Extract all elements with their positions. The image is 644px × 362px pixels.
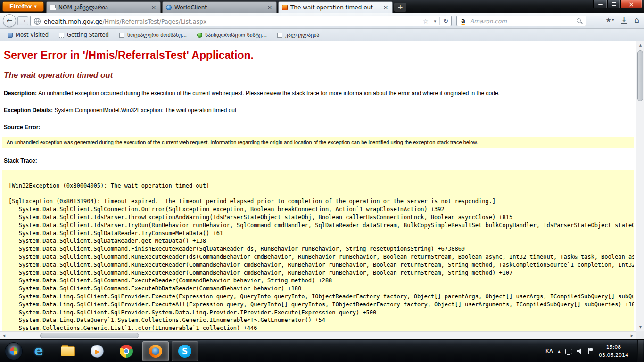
- source-error-box: An unhandled exception was generated dur…: [2, 137, 634, 148]
- taskbar: e ▶ S KA ▲ 15:08 03.06.2014: [0, 339, 644, 362]
- search-bar[interactable]: a: [456, 16, 586, 26]
- default-favicon-icon: [277, 33, 282, 38]
- firefox-app-button-label: Firefox: [9, 3, 32, 10]
- search-input[interactable]: [470, 17, 571, 25]
- action-center-flag-icon[interactable]: [588, 348, 593, 354]
- tab-title: The wait operation timed out: [290, 4, 380, 11]
- system-tray: KA ▲ 15:08 03.06.2014: [545, 340, 644, 362]
- horizontal-scrollbar-thumb[interactable]: [40, 333, 139, 338]
- url-dropdown-icon[interactable]: ▾: [434, 19, 436, 24]
- tab-strip: NOM კანცელარია × WorldClient × The wait …: [46, 1, 406, 13]
- show-desktop-button[interactable]: [637, 340, 643, 362]
- bookmark-getting-started[interactable]: Getting Started: [55, 30, 113, 40]
- taskbar-media-player-button[interactable]: ▶: [84, 341, 110, 361]
- tab-close-icon[interactable]: ×: [382, 4, 389, 11]
- maximize-button[interactable]: [607, 0, 620, 8]
- vertical-scrollbar[interactable]: ▲ ▼: [636, 41, 644, 331]
- firefox-icon: [149, 345, 162, 358]
- window-titlebar: Firefox▼ NOM კანცელარია × WorldClient × …: [0, 0, 644, 13]
- exception-details-label: Exception Details:: [4, 107, 54, 114]
- site-identity-globe-icon[interactable]: [33, 17, 41, 25]
- source-error-paragraph: Source Error:: [4, 123, 632, 131]
- media-player-icon: ▶: [91, 345, 104, 358]
- stack-trace-box: [Win32Exception (0x80004005): The wait o…: [2, 170, 634, 339]
- default-favicon-icon: [50, 5, 56, 10]
- tray-expand-icon[interactable]: ▲: [558, 349, 561, 354]
- bookmark-most-visited[interactable]: Most Visited: [4, 30, 52, 40]
- bookmark-label: Most Visited: [16, 32, 49, 38]
- url-domain: ehealth.moh.gov.ge: [44, 18, 103, 25]
- bookmark-calculation[interactable]: კალკულაცია: [273, 30, 323, 40]
- bookmark-label: საინფორმაციო სისტე...: [205, 32, 267, 38]
- bookmark-label: სოციალური მომსახუ...: [127, 32, 187, 38]
- desktop-screen: Firefox▼ NOM კანცელარია × WorldClient × …: [0, 0, 644, 362]
- chevron-down-icon: ▾: [612, 18, 614, 22]
- chevron-down-icon: ▼: [34, 5, 37, 8]
- taskbar-chrome-button[interactable]: [113, 341, 140, 361]
- bookmark-label: კალკულაცია: [285, 32, 319, 38]
- bookmark-information-system[interactable]: საინფორმაციო სისტე...: [193, 30, 271, 40]
- error-favicon-icon: [282, 5, 288, 10]
- taskbar-explorer-button[interactable]: [55, 341, 81, 361]
- taskbar-clock[interactable]: 15:08 03.06.2014: [597, 343, 633, 359]
- tab-worldclient[interactable]: WorldClient ×: [162, 1, 277, 13]
- taskbar-skype-button[interactable]: S: [172, 341, 198, 361]
- tab-title: WorldClient: [174, 4, 264, 11]
- url-text: ehealth.moh.gov.ge/Hmis/ReferralsTest/Pa…: [44, 18, 206, 25]
- scroll-right-icon[interactable]: ▶: [628, 332, 636, 340]
- taskbar-internet-explorer-button[interactable]: e: [25, 341, 52, 361]
- start-button[interactable]: [5, 342, 23, 360]
- folder-icon: [61, 346, 75, 356]
- bookmarks-toolbar: Most Visited Getting Started სოციალური მ…: [0, 29, 644, 41]
- tab-nom-kancelaria[interactable]: NOM კანცელარია ×: [46, 1, 161, 13]
- green-favicon-icon: [197, 33, 202, 38]
- display-network-icon[interactable]: [565, 349, 572, 354]
- internet-explorer-icon: e: [34, 345, 43, 358]
- tab-title: NOM კანცელარია: [58, 4, 148, 11]
- description-paragraph: Description: An unhandled exception occu…: [4, 90, 632, 97]
- scroll-down-icon[interactable]: ▼: [636, 323, 644, 331]
- clock-time: 15:08: [599, 343, 628, 351]
- amazon-smile-icon: [461, 23, 466, 25]
- downloads-button[interactable]: ↓: [621, 16, 627, 24]
- taskbar-firefox-button[interactable]: [142, 341, 169, 361]
- skype-icon: S: [178, 345, 191, 358]
- url-input[interactable]: ehealth.moh.gov.ge/Hmis/ReferralsTest/Pa…: [30, 16, 452, 26]
- tab-wait-operation-timed-out[interactable]: The wait operation timed out ×: [278, 1, 393, 13]
- bookmarks-menu-button[interactable]: ★▾: [606, 16, 614, 24]
- bookmark-label: Getting Started: [67, 32, 109, 38]
- tab-close-icon[interactable]: ×: [266, 4, 273, 11]
- bookmarks-star-icon: ★: [606, 16, 611, 24]
- minimize-icon: [598, 4, 603, 5]
- horizontal-scrollbar[interactable]: ◀ ▶: [0, 331, 636, 339]
- close-icon: ×: [628, 1, 634, 8]
- close-button[interactable]: ×: [620, 0, 642, 8]
- taskbar-icons: e ▶ S: [25, 341, 198, 361]
- new-tab-button[interactable]: +: [394, 3, 406, 12]
- page-content: Server Error in '/Hmis/ReferralsTest' Ap…: [0, 41, 636, 339]
- toolbar-buttons: ★▾ ↓ ⌂: [606, 16, 639, 24]
- exception-details-paragraph: Exception Details: System.ComponentModel…: [4, 107, 632, 114]
- forward-button[interactable]: →: [17, 16, 28, 25]
- language-indicator[interactable]: KA: [545, 348, 553, 354]
- scroll-up-icon[interactable]: ▲: [636, 41, 644, 49]
- home-button[interactable]: ⌂: [634, 16, 639, 24]
- volume-icon[interactable]: [577, 348, 583, 354]
- scroll-left-icon[interactable]: ◀: [0, 332, 8, 340]
- divider: [4, 66, 632, 66]
- description-text: An unhandled exception occurred during t…: [38, 90, 500, 97]
- default-favicon-icon: [59, 33, 64, 38]
- firefox-app-button[interactable]: Firefox▼: [2, 1, 44, 12]
- reload-icon[interactable]: ↻: [439, 17, 448, 25]
- vertical-scrollbar-thumb[interactable]: [637, 50, 643, 101]
- back-button[interactable]: ←: [3, 14, 16, 27]
- bookmark-social-services[interactable]: სოციალური მომსახუ...: [116, 30, 190, 40]
- search-icon[interactable]: [577, 18, 583, 25]
- chrome-icon: [120, 345, 133, 358]
- page-title: Server Error in '/Hmis/ReferralsTest' Ap…: [4, 49, 632, 62]
- windows-logo-icon: [10, 347, 17, 355]
- tab-close-icon[interactable]: ×: [150, 4, 157, 11]
- minimize-button[interactable]: [593, 0, 607, 8]
- bookmark-star-icon[interactable]: ☆: [422, 17, 429, 25]
- exception-details-text: System.ComponentModel.Win32Exception: Th…: [54, 107, 236, 114]
